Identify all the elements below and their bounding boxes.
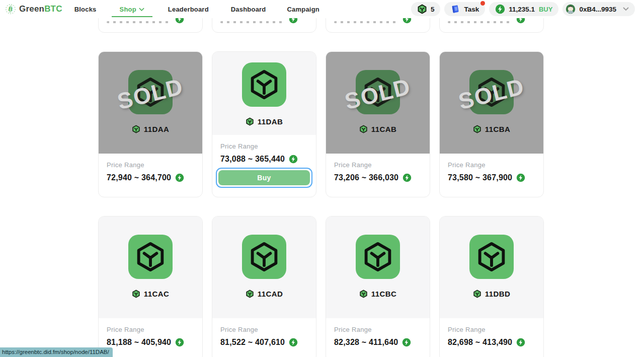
node-name-row: 11CAC — [132, 290, 169, 298]
chevron-down-icon — [139, 8, 144, 12]
node-count-pill[interactable]: 5 — [411, 2, 441, 16]
node-name: 11CBC — [371, 290, 396, 298]
energy-coin-icon — [289, 338, 298, 347]
brand-name: GreenBTC — [19, 4, 62, 14]
node-logo-tile — [242, 235, 286, 279]
price-value: 72,940 ~ 364,700 — [107, 173, 171, 182]
node-card-11cad[interactable]: 11CAD Price Range 81,522 ~ 407,610 — [212, 216, 316, 357]
energy-coin-icon — [495, 4, 505, 14]
node-name: 11CAC — [144, 290, 169, 298]
node-card-11cbc[interactable]: 11CBC Price Range 82,328 ~ 411,640 — [326, 216, 430, 357]
node-logo-tile — [242, 62, 286, 107]
hexagon-badge-icon — [132, 125, 140, 133]
shop-grid: 11DAA SOLD Price Range 72,940 ~ 364,700 … — [98, 0, 544, 357]
node-logo-tile — [356, 235, 400, 279]
node-card-11dbd[interactable]: 11DBD Price Range 82,698 ~ 413,490 — [439, 216, 544, 357]
node-image-area: 11CBC — [326, 217, 430, 318]
buy-link[interactable]: BUY — [539, 6, 552, 13]
brand-logo[interactable]: B GreenBTC — [5, 4, 62, 15]
task-pill[interactable]: Task — [444, 2, 485, 16]
node-info: Price Range 72,940 ~ 364,700 — [99, 161, 202, 182]
nav-item-shop[interactable]: Shop — [120, 0, 144, 18]
price-value: 81,522 ~ 407,610 — [220, 338, 285, 347]
hexagon-cube-logo — [134, 240, 167, 273]
price-row: 73,088 ~ 365,440 — [220, 155, 308, 164]
price-value: 73,206 ~ 366,030 — [334, 173, 398, 182]
nav-item-leaderboard[interactable]: Leaderboard — [168, 0, 209, 18]
price-row: 73,580 ~ 367,900 — [448, 173, 535, 182]
node-name-row: 11CAB — [359, 125, 396, 133]
active-tab-indicator — [112, 16, 152, 17]
clipped-price-fragment — [220, 21, 285, 23]
node-card-11cba[interactable]: 11CBA SOLD Price Range 73,580 ~ 367,900 — [439, 51, 544, 197]
energy-coin-icon — [516, 173, 525, 182]
notification-dot — [480, 1, 485, 6]
price-row: 82,328 ~ 411,640 — [334, 338, 422, 347]
node-info: Price Range 73,088 ~ 365,440 — [212, 142, 316, 164]
hexagon-cube-logo — [134, 76, 167, 109]
hexagon-badge-icon — [359, 290, 368, 298]
buy-button[interactable]: Buy — [218, 170, 310, 185]
task-label: Task — [464, 6, 479, 13]
hexagon-cube-logo — [248, 240, 281, 273]
main-nav: Blocks Shop Leaderboard Dashboard Campai… — [62, 0, 319, 18]
node-name: 11CBA — [485, 125, 510, 133]
node-name-row: 11CBA — [473, 125, 510, 133]
header-widgets: 5 Task 11,235.1 BUY — [411, 2, 644, 16]
top-navbar: B GreenBTC Blocks Shop Leaderboard Dashb… — [0, 0, 644, 18]
energy-coin-icon — [175, 338, 184, 347]
energy-coin-icon — [403, 173, 412, 182]
wallet-address: 0xB4...9935 — [579, 6, 616, 13]
hexagon-cube-logo — [248, 68, 281, 101]
clipped-price-fragment — [334, 21, 398, 23]
node-name-row: 11DAB — [246, 117, 283, 126]
node-card-11cac[interactable]: 11CAC Price Range 81,188 ~ 405,940 — [98, 216, 203, 357]
price-row: 81,188 ~ 405,940 — [107, 338, 194, 347]
node-info: Price Range 81,188 ~ 405,940 — [99, 326, 202, 347]
hexagon-badge-icon — [473, 125, 481, 133]
nav-shop-label: Shop — [120, 6, 136, 13]
node-card-11cab[interactable]: 11CAB SOLD Price Range 73,206 ~ 366,030 — [326, 51, 430, 197]
energy-coin-icon — [516, 338, 525, 347]
hexagon-cube-logo — [475, 240, 508, 273]
clipped-price-fragment — [107, 21, 171, 23]
node-info: Price Range 82,698 ~ 413,490 — [440, 326, 543, 347]
node-logo-tile — [128, 70, 173, 114]
hexagon-badge-icon — [359, 125, 368, 133]
node-name: 11CAB — [371, 125, 396, 133]
nav-item-blocks[interactable]: Blocks — [74, 0, 97, 18]
hexagon-badge-icon — [246, 290, 254, 298]
node-card-11daa[interactable]: 11DAA SOLD Price Range 72,940 ~ 364,700 — [98, 51, 203, 197]
node-name-row: 11CAD — [246, 290, 283, 298]
price-row: 81,522 ~ 407,610 — [220, 338, 308, 347]
node-info: Price Range 73,580 ~ 367,900 — [440, 161, 543, 182]
node-name-row: 11CBC — [359, 290, 396, 298]
node-card-11dab[interactable]: 11DAB Price Range 73,088 ~ 365,440 Buy — [212, 51, 316, 197]
node-info: Price Range 81,522 ~ 407,610 — [212, 326, 316, 347]
price-row: 73,206 ~ 366,030 — [334, 173, 422, 182]
node-info: Price Range 73,206 ~ 366,030 — [326, 161, 430, 182]
avatar — [566, 4, 576, 14]
nav-item-campaign[interactable]: Campaign — [287, 0, 319, 18]
wallet-pill[interactable]: 0xB4...9935 — [562, 2, 635, 16]
balance-pill[interactable]: 11,235.1 BUY — [489, 2, 558, 16]
node-image-area: 11DAA SOLD — [99, 52, 202, 154]
price-value: 82,328 ~ 411,640 — [334, 338, 398, 347]
price-range-label: Price Range — [107, 326, 194, 333]
link-preview-statusbar: https://greenbtc.did.fm/shop/node/11DAB/ — [0, 347, 113, 357]
node-image-area: 11CAD — [212, 217, 316, 318]
node-image-area: 11DAB — [212, 52, 316, 135]
clipped-price-fragment — [448, 21, 512, 23]
node-image-area: 11CBA SOLD — [440, 52, 543, 154]
nav-item-dashboard[interactable]: Dashboard — [231, 0, 266, 18]
bitcoin-icon: B — [5, 4, 16, 15]
node-image-area: 11DBD — [440, 217, 543, 318]
hexagon-badge-icon — [132, 290, 140, 298]
chevron-down-icon — [623, 7, 629, 11]
energy-coin-icon — [175, 173, 184, 182]
price-range-label: Price Range — [448, 161, 535, 169]
balance-amount: 11,235.1 — [509, 6, 535, 13]
node-name: 11CAD — [258, 290, 283, 298]
hexagon-node-icon — [417, 4, 427, 14]
price-value: 73,088 ~ 365,440 — [220, 155, 285, 164]
